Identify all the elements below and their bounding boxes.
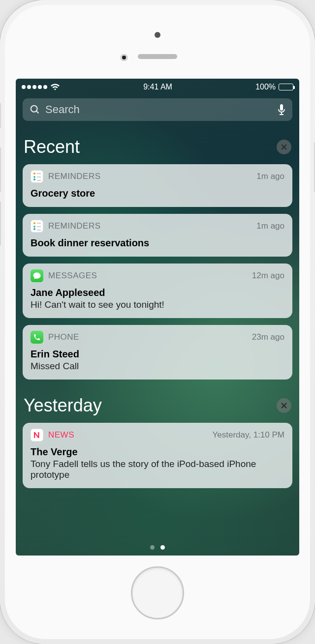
search-icon <box>30 104 40 115</box>
battery-percentage: 100% <box>255 83 276 91</box>
wifi-icon <box>50 84 60 90</box>
page-dot-active <box>160 545 165 550</box>
close-icon <box>281 144 287 150</box>
notification-title: Grocery store <box>31 188 284 199</box>
section-header-recent: Recent <box>23 128 292 164</box>
screen: 9:41 AM 100% Search Recent <box>16 79 299 556</box>
section-title: Yesterday <box>24 395 102 416</box>
status-time: 9:41 AM <box>143 83 172 91</box>
page-indicator <box>16 545 299 550</box>
phone-icon <box>31 331 43 344</box>
app-name: REMINDERS <box>48 221 101 231</box>
mute-switch <box>0 103 1 128</box>
notification-card[interactable]: REMINDERS 1m ago Book dinner reservation… <box>23 214 292 257</box>
notification-body: Missed Call <box>31 361 284 372</box>
earpiece-speaker <box>138 54 177 59</box>
battery-icon <box>279 84 293 90</box>
reminders-icon <box>31 220 43 233</box>
notification-body: Hi! Can't wait to see you tonight! <box>31 299 284 310</box>
notification-title: Book dinner reservations <box>31 237 284 249</box>
status-bar: 9:41 AM 100% <box>16 79 299 94</box>
notification-card[interactable]: MESSAGES 12m ago Jane Appleseed Hi! Can'… <box>23 263 292 318</box>
app-name: PHONE <box>48 332 79 342</box>
volume-up-button <box>0 147 1 192</box>
home-button[interactable] <box>131 566 184 619</box>
notifications-list[interactable]: Recent REMINDERS 1m ago Gro <box>16 125 299 533</box>
svg-point-0 <box>31 106 37 112</box>
notification-title: Jane Appleseed <box>31 287 284 298</box>
volume-down-button <box>0 202 1 246</box>
messages-icon <box>31 269 43 282</box>
app-name: MESSAGES <box>48 271 97 281</box>
notification-time: Yesterday, 1:10 PM <box>213 430 284 440</box>
notification-time: 12m ago <box>252 271 284 281</box>
search-placeholder: Search <box>45 103 80 116</box>
page-dot <box>150 545 155 550</box>
notification-card[interactable]: REMINDERS 1m ago Grocery store <box>23 164 292 207</box>
app-name: NEWS <box>48 430 74 440</box>
section-header-yesterday: Yesterday <box>23 386 292 423</box>
search-input[interactable]: Search <box>23 98 292 121</box>
notification-time: 23m ago <box>252 332 284 342</box>
close-icon <box>281 402 287 409</box>
device-frame: 9:41 AM 100% Search Recent <box>0 0 315 644</box>
notification-card[interactable]: NEWS Yesterday, 1:10 PM The Verge Tony F… <box>23 423 292 488</box>
app-name: REMINDERS <box>48 172 101 181</box>
news-icon <box>31 429 43 441</box>
microphone-icon[interactable] <box>278 104 285 116</box>
clear-yesterday-button[interactable] <box>277 398 291 413</box>
notification-time: 1m ago <box>256 221 284 231</box>
notification-time: 1m ago <box>256 172 284 181</box>
notification-title: The Verge <box>31 446 284 458</box>
notification-body: Tony Fadell tells us the story of the iP… <box>31 459 284 480</box>
proximity-sensor <box>155 32 160 38</box>
svg-line-1 <box>36 111 39 114</box>
clear-recent-button[interactable] <box>277 140 291 154</box>
front-camera <box>121 54 127 61</box>
svg-rect-2 <box>280 104 283 111</box>
section-title: Recent <box>24 137 80 157</box>
notification-title: Erin Steed <box>31 349 284 360</box>
signal-strength-icon <box>22 85 47 89</box>
notification-card[interactable]: PHONE 23m ago Erin Steed Missed Call <box>23 325 292 380</box>
reminders-icon <box>31 170 43 183</box>
